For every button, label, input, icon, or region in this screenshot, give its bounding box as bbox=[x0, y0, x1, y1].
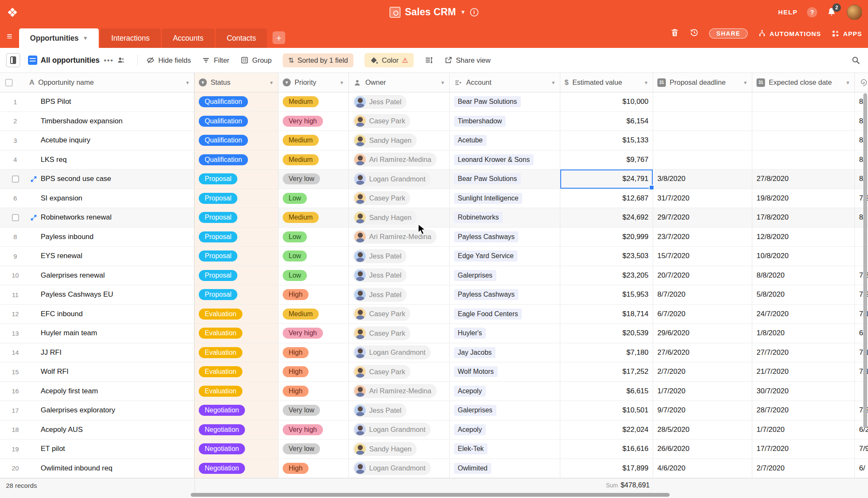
cell-opportunity-name[interactable]: 11 Payless Cashways EU bbox=[0, 285, 195, 304]
collaborators-icon[interactable] bbox=[117, 56, 125, 64]
cell-estimated-value[interactable]: $16,616 bbox=[560, 440, 653, 459]
cell-opportunity-name[interactable]: 10 Galerprises renewal bbox=[0, 266, 195, 285]
cell-account[interactable]: Payless Cashways bbox=[450, 285, 560, 304]
chevron-down-icon[interactable]: ▼ bbox=[644, 80, 648, 85]
cell-partial[interactable]: 6/ bbox=[855, 459, 868, 478]
hide-fields-button[interactable]: Hide fields bbox=[146, 56, 191, 64]
horizontal-scrollbar[interactable] bbox=[191, 493, 670, 497]
row-height-button[interactable] bbox=[425, 56, 433, 64]
cell-expected-close-date[interactable]: 2/7/2020 bbox=[752, 459, 855, 478]
cell-priority[interactable]: High bbox=[278, 362, 349, 381]
cell-owner[interactable]: Casey Park bbox=[349, 305, 450, 324]
cell-estimated-value[interactable]: $24,791 bbox=[560, 170, 653, 189]
cell-owner[interactable]: Ari Ramírez-Medina bbox=[349, 228, 450, 247]
cell-proposal-deadline[interactable]: 23/7/2020 bbox=[653, 228, 752, 247]
cell-expected-close-date[interactable]: 10/8/2020 bbox=[752, 247, 855, 266]
cell-account[interactable]: Elek-Tek bbox=[450, 440, 560, 459]
cell-proposal-deadline[interactable]: 6/7/2020 bbox=[653, 305, 752, 324]
cell-estimated-value[interactable]: $20,999 bbox=[560, 228, 653, 247]
cell-priority[interactable]: High bbox=[278, 459, 349, 478]
cell-opportunity-name[interactable]: 3 Acetube inquiry bbox=[0, 131, 195, 150]
group-button[interactable]: Group bbox=[240, 56, 272, 64]
cell-opportunity-name[interactable]: 9 EYS renewal bbox=[0, 247, 195, 266]
user-avatar[interactable] bbox=[847, 5, 862, 20]
cell-priority[interactable]: Medium bbox=[278, 92, 349, 111]
cell-status[interactable]: Proposal bbox=[195, 208, 278, 227]
cell-opportunity-name[interactable]: 15 Wolf RFI bbox=[0, 362, 195, 381]
table-row[interactable]: 2 Timbershadow expansion Qualification V… bbox=[0, 112, 868, 131]
cell-priority[interactable]: Medium bbox=[278, 208, 349, 227]
cell-expected-close-date[interactable] bbox=[752, 131, 855, 150]
cell-proposal-deadline[interactable]: 20/7/2020 bbox=[653, 266, 752, 285]
column-header-owner[interactable]: Owner ▼ bbox=[349, 73, 450, 92]
cell-status[interactable]: Proposal bbox=[195, 170, 278, 189]
table-row[interactable]: 17 Galerprises exploratory Negotiation V… bbox=[0, 401, 868, 420]
tab-contacts[interactable]: Contacts bbox=[216, 28, 267, 48]
cell-status[interactable]: Evaluation bbox=[195, 324, 278, 343]
column-header-account[interactable]: Account ▼ bbox=[450, 73, 560, 92]
cell-opportunity-name[interactable]: 16 Acepoly first team bbox=[0, 382, 195, 401]
add-table-button[interactable]: ＋ bbox=[273, 31, 285, 44]
cell-opportunity-name[interactable]: 20 Owlimited inbound req bbox=[0, 459, 195, 478]
chevron-down-icon[interactable]: ▼ bbox=[846, 80, 850, 85]
table-row[interactable]: Robinetworks renewal Proposal Medium San… bbox=[0, 208, 868, 228]
table-row[interactable]: 3 Acetube inquiry Qualification Medium S… bbox=[0, 131, 868, 150]
table-row[interactable]: 1 BPS Pilot Qualification Medium Jess Pa… bbox=[0, 92, 868, 112]
cell-status[interactable]: Evaluation bbox=[195, 382, 278, 401]
table-row[interactable]: 15 Wolf RFI Evaluation High Casey Park W… bbox=[0, 362, 868, 382]
cell-status[interactable]: Evaluation bbox=[195, 305, 278, 324]
cell-expected-close-date[interactable]: 17/8/2020 bbox=[752, 208, 855, 227]
cell-account[interactable]: Owlimited bbox=[450, 459, 560, 478]
cell-priority[interactable]: Very high bbox=[278, 112, 349, 131]
cell-proposal-deadline[interactable]: 9/7/2020 bbox=[653, 401, 752, 420]
cell-opportunity-name[interactable]: BPS second use case bbox=[0, 170, 195, 189]
cell-proposal-deadline[interactable]: 3/8/2020 bbox=[653, 170, 752, 189]
cell-priority[interactable]: Very low bbox=[278, 170, 349, 189]
cell-status[interactable]: Proposal bbox=[195, 189, 278, 208]
sum-summary[interactable]: Sum$478,691 bbox=[560, 481, 650, 489]
cell-account[interactable]: Wolf Motors bbox=[450, 362, 560, 381]
cell-status[interactable]: Qualification bbox=[195, 131, 278, 150]
cell-owner[interactable]: Casey Park bbox=[349, 112, 450, 131]
share-view-button[interactable]: Share view bbox=[444, 56, 491, 64]
cell-priority[interactable]: Very high bbox=[278, 324, 349, 343]
cell-opportunity-name[interactable]: 14 JJ RFI bbox=[0, 343, 195, 362]
cell-status[interactable]: Qualification bbox=[195, 92, 278, 111]
cell-expected-close-date[interactable]: 12/8/2020 bbox=[752, 228, 855, 247]
column-header-priority[interactable]: ▼ Priority ▼ bbox=[278, 73, 349, 92]
cell-account[interactable]: Acepoly bbox=[450, 420, 560, 440]
cell-opportunity-name[interactable]: 17 Galerprises exploratory bbox=[0, 401, 195, 420]
cell-partial[interactable]: 7/9 bbox=[855, 440, 868, 459]
cell-estimated-value[interactable]: $15,133 bbox=[560, 131, 653, 150]
tab-accounts[interactable]: Accounts bbox=[162, 28, 214, 48]
cell-status[interactable]: Evaluation bbox=[195, 362, 278, 381]
cell-opportunity-name[interactable]: Robinetworks renewal bbox=[0, 208, 195, 227]
cell-expected-close-date[interactable]: 19/8/2020 bbox=[752, 189, 855, 208]
table-row[interactable]: 20 Owlimited inbound req Negotiation Hig… bbox=[0, 459, 868, 479]
column-header-expected-close-date[interactable]: 31 Expected close date ▼ bbox=[752, 73, 855, 92]
cell-expected-close-date[interactable]: 24/7/2020 bbox=[752, 305, 855, 324]
table-row[interactable]: 19 ET pilot Negotiation Very low Sandy H… bbox=[0, 440, 868, 459]
view-switcher[interactable]: All opportunities ••• bbox=[28, 56, 125, 65]
base-title-group[interactable]: Sales CRM ▼ i bbox=[0, 0, 868, 24]
expand-record-icon[interactable] bbox=[30, 214, 38, 222]
table-row[interactable]: 11 Payless Cashways EU Proposal High Jes… bbox=[0, 285, 868, 305]
cell-owner[interactable]: Sandy Hagen bbox=[349, 208, 450, 227]
cell-account[interactable]: Bear Paw Solutions bbox=[450, 170, 560, 189]
cell-account[interactable]: Huyler's bbox=[450, 324, 560, 343]
cell-status[interactable]: Negotiation bbox=[195, 459, 278, 478]
view-options-icon[interactable]: ••• bbox=[104, 56, 114, 64]
cell-opportunity-name[interactable]: 8 Payless inbound bbox=[0, 228, 195, 247]
cell-estimated-value[interactable]: $10,000 bbox=[560, 92, 653, 111]
cell-estimated-value[interactable]: $6,154 bbox=[560, 112, 653, 131]
cell-account[interactable]: Jay Jacobs bbox=[450, 343, 560, 362]
cell-owner[interactable]: Logan Grandmont bbox=[349, 459, 450, 478]
cell-proposal-deadline[interactable] bbox=[653, 92, 752, 111]
cell-owner[interactable]: Jess Patel bbox=[349, 285, 450, 304]
cell-owner[interactable]: Jess Patel bbox=[349, 401, 450, 420]
cell-priority[interactable]: Low bbox=[278, 247, 349, 266]
notifications-button[interactable]: 2 bbox=[826, 7, 837, 18]
cell-estimated-value[interactable]: $17,899 bbox=[560, 459, 653, 478]
column-header-estimated-value[interactable]: $ Estimated value ▼ bbox=[560, 73, 653, 92]
hamburger-menu-icon[interactable]: ≡ bbox=[7, 31, 12, 42]
